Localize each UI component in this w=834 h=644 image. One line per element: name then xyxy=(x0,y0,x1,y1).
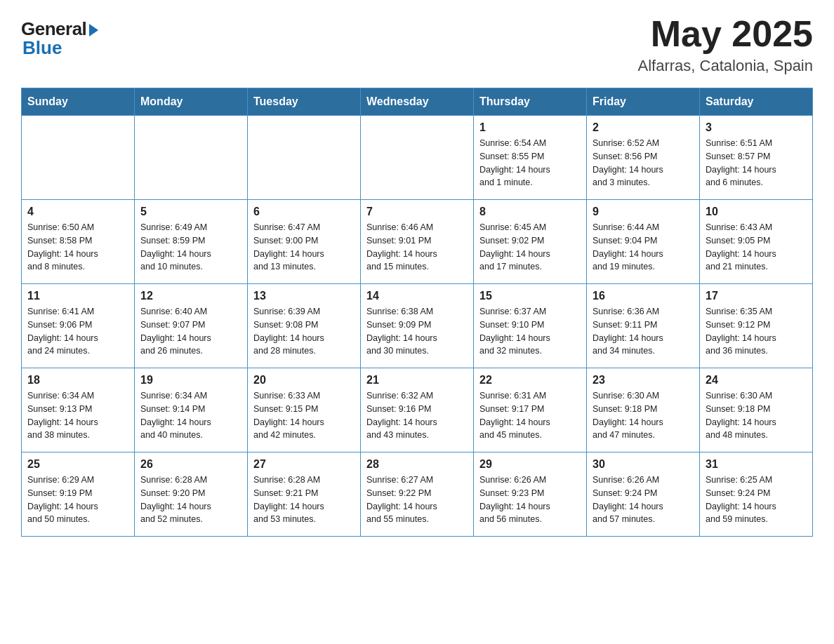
calendar-cell: 27Sunrise: 6:28 AMSunset: 9:21 PMDayligh… xyxy=(248,452,361,537)
day-number: 4 xyxy=(27,206,128,218)
day-number: 7 xyxy=(366,206,468,218)
day-number: 2 xyxy=(593,121,694,134)
day-info: Sunrise: 6:26 AMSunset: 9:24 PMDaylight:… xyxy=(593,474,694,526)
day-info: Sunrise: 6:25 AMSunset: 9:24 PMDaylight:… xyxy=(706,474,807,526)
day-number: 3 xyxy=(706,121,807,134)
calendar-week-row: 18Sunrise: 6:34 AMSunset: 9:13 PMDayligh… xyxy=(22,368,813,452)
calendar-cell: 24Sunrise: 6:30 AMSunset: 9:18 PMDayligh… xyxy=(700,368,813,452)
day-number: 1 xyxy=(479,121,581,134)
day-info: Sunrise: 6:30 AMSunset: 9:18 PMDaylight:… xyxy=(593,389,694,442)
day-number: 22 xyxy=(479,374,581,387)
weekday-header-saturday: Saturday xyxy=(700,88,813,116)
calendar-cell: 21Sunrise: 6:32 AMSunset: 9:16 PMDayligh… xyxy=(361,368,474,452)
day-number: 26 xyxy=(140,458,241,471)
calendar-cell: 18Sunrise: 6:34 AMSunset: 9:13 PMDayligh… xyxy=(22,368,135,452)
calendar-week-row: 1Sunrise: 6:54 AMSunset: 8:55 PMDaylight… xyxy=(22,116,813,200)
day-number: 31 xyxy=(706,458,807,471)
day-info: Sunrise: 6:27 AMSunset: 9:22 PMDaylight:… xyxy=(366,474,468,526)
calendar-week-row: 11Sunrise: 6:41 AMSunset: 9:06 PMDayligh… xyxy=(22,284,813,368)
day-info: Sunrise: 6:38 AMSunset: 9:09 PMDaylight:… xyxy=(366,305,468,358)
day-number: 6 xyxy=(253,206,355,218)
location-subtitle: Alfarras, Catalonia, Spain xyxy=(638,57,813,75)
day-number: 24 xyxy=(706,374,807,387)
page-header: General Blue May 2025 Alfarras, Cataloni… xyxy=(21,14,813,75)
day-info: Sunrise: 6:39 AMSunset: 9:08 PMDaylight:… xyxy=(253,305,355,358)
day-info: Sunrise: 6:35 AMSunset: 9:12 PMDaylight:… xyxy=(706,305,807,358)
day-info: Sunrise: 6:34 AMSunset: 9:14 PMDaylight:… xyxy=(140,389,241,442)
calendar-cell: 13Sunrise: 6:39 AMSunset: 9:08 PMDayligh… xyxy=(248,284,361,368)
day-info: Sunrise: 6:49 AMSunset: 8:59 PMDaylight:… xyxy=(140,221,241,274)
day-info: Sunrise: 6:40 AMSunset: 9:07 PMDaylight:… xyxy=(140,305,241,358)
calendar-cell: 31Sunrise: 6:25 AMSunset: 9:24 PMDayligh… xyxy=(700,452,813,537)
day-info: Sunrise: 6:45 AMSunset: 9:02 PMDaylight:… xyxy=(479,221,581,274)
calendar-cell: 7Sunrise: 6:46 AMSunset: 9:01 PMDaylight… xyxy=(361,200,474,284)
calendar-cell: 11Sunrise: 6:41 AMSunset: 9:06 PMDayligh… xyxy=(22,284,135,368)
calendar-cell: 4Sunrise: 6:50 AMSunset: 8:58 PMDaylight… xyxy=(22,200,135,284)
day-number: 14 xyxy=(366,290,468,302)
day-info: Sunrise: 6:52 AMSunset: 8:56 PMDaylight:… xyxy=(593,137,694,189)
calendar-week-row: 4Sunrise: 6:50 AMSunset: 8:58 PMDaylight… xyxy=(22,200,813,284)
weekday-header-sunday: Sunday xyxy=(22,88,135,116)
day-number: 21 xyxy=(366,374,468,387)
month-year-title: May 2025 xyxy=(638,14,813,54)
calendar-cell xyxy=(135,116,248,200)
day-info: Sunrise: 6:34 AMSunset: 9:13 PMDaylight:… xyxy=(27,389,128,442)
day-info: Sunrise: 6:28 AMSunset: 9:20 PMDaylight:… xyxy=(140,474,241,526)
calendar-cell: 28Sunrise: 6:27 AMSunset: 9:22 PMDayligh… xyxy=(361,452,474,537)
day-number: 28 xyxy=(366,458,468,471)
day-info: Sunrise: 6:29 AMSunset: 9:19 PMDaylight:… xyxy=(27,474,128,526)
calendar-cell: 14Sunrise: 6:38 AMSunset: 9:09 PMDayligh… xyxy=(361,284,474,368)
day-number: 30 xyxy=(593,458,694,471)
day-number: 9 xyxy=(593,206,694,218)
day-number: 19 xyxy=(140,374,241,387)
day-number: 8 xyxy=(479,206,581,218)
calendar-cell: 8Sunrise: 6:45 AMSunset: 9:02 PMDaylight… xyxy=(474,200,587,284)
day-number: 20 xyxy=(253,374,355,387)
day-info: Sunrise: 6:30 AMSunset: 9:18 PMDaylight:… xyxy=(706,389,807,442)
calendar-cell: 3Sunrise: 6:51 AMSunset: 8:57 PMDaylight… xyxy=(700,116,813,200)
day-number: 25 xyxy=(27,458,128,471)
weekday-header-monday: Monday xyxy=(135,88,248,116)
weekday-header-thursday: Thursday xyxy=(474,88,587,116)
day-number: 15 xyxy=(479,290,581,302)
day-number: 23 xyxy=(593,374,694,387)
day-info: Sunrise: 6:43 AMSunset: 9:05 PMDaylight:… xyxy=(706,221,807,274)
title-block: May 2025 Alfarras, Catalonia, Spain xyxy=(638,14,813,75)
day-info: Sunrise: 6:33 AMSunset: 9:15 PMDaylight:… xyxy=(253,389,355,442)
day-number: 11 xyxy=(27,290,128,302)
day-number: 16 xyxy=(593,290,694,302)
weekday-header-tuesday: Tuesday xyxy=(248,88,361,116)
day-info: Sunrise: 6:44 AMSunset: 9:04 PMDaylight:… xyxy=(593,221,694,274)
calendar-cell: 30Sunrise: 6:26 AMSunset: 9:24 PMDayligh… xyxy=(587,452,700,537)
calendar-cell xyxy=(22,116,135,200)
day-number: 10 xyxy=(706,206,807,218)
day-info: Sunrise: 6:41 AMSunset: 9:06 PMDaylight:… xyxy=(27,305,128,358)
day-number: 13 xyxy=(253,290,355,302)
calendar-cell: 17Sunrise: 6:35 AMSunset: 9:12 PMDayligh… xyxy=(700,284,813,368)
calendar-cell: 16Sunrise: 6:36 AMSunset: 9:11 PMDayligh… xyxy=(587,284,700,368)
day-info: Sunrise: 6:28 AMSunset: 9:21 PMDaylight:… xyxy=(253,474,355,526)
calendar-cell: 25Sunrise: 6:29 AMSunset: 9:19 PMDayligh… xyxy=(22,452,135,537)
day-info: Sunrise: 6:31 AMSunset: 9:17 PMDaylight:… xyxy=(479,389,581,442)
day-info: Sunrise: 6:36 AMSunset: 9:11 PMDaylight:… xyxy=(593,305,694,358)
calendar-cell xyxy=(361,116,474,200)
day-info: Sunrise: 6:26 AMSunset: 9:23 PMDaylight:… xyxy=(479,474,581,526)
day-number: 17 xyxy=(706,290,807,302)
calendar-cell: 26Sunrise: 6:28 AMSunset: 9:20 PMDayligh… xyxy=(135,452,248,537)
day-info: Sunrise: 6:37 AMSunset: 9:10 PMDaylight:… xyxy=(479,305,581,358)
calendar-cell: 29Sunrise: 6:26 AMSunset: 9:23 PMDayligh… xyxy=(474,452,587,537)
calendar-cell: 15Sunrise: 6:37 AMSunset: 9:10 PMDayligh… xyxy=(474,284,587,368)
day-number: 27 xyxy=(253,458,355,471)
logo-triangle-icon xyxy=(89,24,98,36)
calendar-cell: 5Sunrise: 6:49 AMSunset: 8:59 PMDaylight… xyxy=(135,200,248,284)
calendar-week-row: 25Sunrise: 6:29 AMSunset: 9:19 PMDayligh… xyxy=(22,452,813,537)
calendar-cell xyxy=(248,116,361,200)
day-info: Sunrise: 6:46 AMSunset: 9:01 PMDaylight:… xyxy=(366,221,468,274)
calendar-table: SundayMondayTuesdayWednesdayThursdayFrid… xyxy=(21,88,813,537)
calendar-cell: 12Sunrise: 6:40 AMSunset: 9:07 PMDayligh… xyxy=(135,284,248,368)
logo: General Blue xyxy=(21,18,98,59)
calendar-cell: 23Sunrise: 6:30 AMSunset: 9:18 PMDayligh… xyxy=(587,368,700,452)
day-info: Sunrise: 6:47 AMSunset: 9:00 PMDaylight:… xyxy=(253,221,355,274)
day-number: 12 xyxy=(140,290,241,302)
calendar-cell: 1Sunrise: 6:54 AMSunset: 8:55 PMDaylight… xyxy=(474,116,587,200)
